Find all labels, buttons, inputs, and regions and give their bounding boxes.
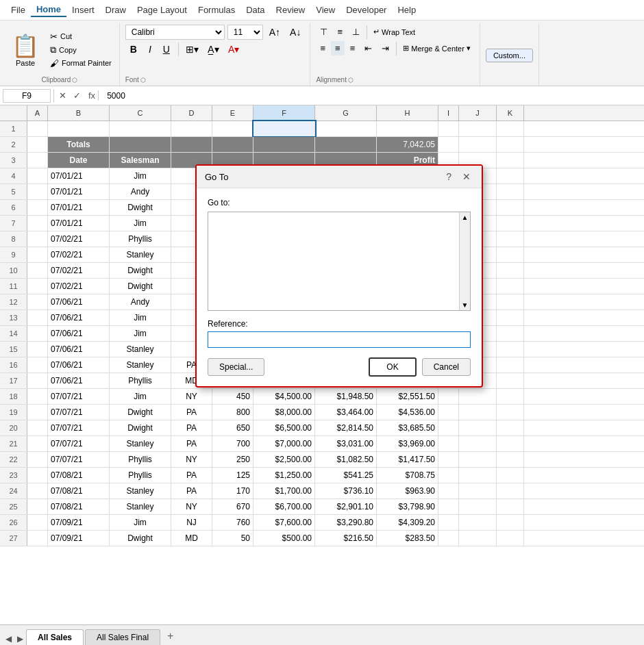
cell-sales[interactable]: $2,500.00 (253, 452, 315, 467)
cell-state[interactable]: PA (171, 483, 212, 498)
cell[interactable] (459, 420, 497, 435)
special-button[interactable]: Special... (208, 358, 264, 376)
cell-salesman[interactable]: Dwight (110, 420, 171, 435)
cell-state[interactable]: NY (171, 389, 212, 404)
cell[interactable] (27, 168, 48, 184)
cell[interactable] (438, 436, 459, 451)
confirm-formula-icon[interactable]: ✓ (71, 89, 83, 102)
cell[interactable] (438, 137, 459, 152)
menu-data[interactable]: Data (240, 3, 270, 16)
cell-salesman[interactable]: Phyllis (110, 452, 171, 467)
font-name-select[interactable]: Calibri (125, 25, 225, 40)
cell-reference-box[interactable]: F9 (3, 89, 51, 103)
cell[interactable] (497, 184, 524, 199)
align-center-button[interactable]: ≡ (331, 41, 345, 55)
cell[interactable] (27, 326, 48, 341)
cell-salesman[interactable]: Stanley (110, 357, 171, 372)
cell[interactable] (497, 499, 524, 514)
cell[interactable] (27, 231, 48, 246)
cell-profit[interactable]: $963.90 (377, 483, 438, 498)
col-header-g[interactable]: G (315, 105, 377, 121)
cell-profit[interactable]: $283.50 (377, 531, 438, 546)
cell-date[interactable]: 07/07/21 (48, 420, 110, 435)
cell[interactable] (212, 121, 253, 136)
cut-button[interactable]: ✂ Cut (48, 31, 114, 42)
wrap-text-button[interactable]: ↵ Wrap Text (370, 25, 419, 38)
cell[interactable]: Jim (110, 216, 171, 231)
cell-sales[interactable]: $1,700.00 (253, 483, 315, 498)
increase-indent-button[interactable]: ⇥ (377, 41, 393, 55)
cell[interactable] (459, 121, 497, 136)
cell[interactable] (253, 137, 315, 152)
paste-button[interactable]: 📋 Paste (5, 29, 45, 71)
cell[interactable]: 07/01/21 (48, 168, 110, 184)
cell-sales[interactable]: $6,500.00 (253, 420, 315, 435)
cell-cost[interactable]: $736.10 (315, 483, 377, 498)
align-bottom-button[interactable]: ⊥ (348, 25, 364, 39)
cell-state[interactable]: NY (171, 452, 212, 467)
cell[interactable] (497, 279, 524, 294)
cell-date[interactable]: 07/08/21 (48, 468, 110, 483)
col-header-h[interactable]: H (377, 105, 438, 121)
cell[interactable] (377, 121, 438, 136)
cell[interactable] (171, 137, 212, 152)
cell-qty[interactable]: 170 (212, 483, 253, 498)
cell-date[interactable]: 07/08/21 (48, 499, 110, 514)
cell[interactable] (212, 137, 253, 152)
cell[interactable] (110, 137, 171, 152)
cell[interactable] (27, 436, 48, 451)
cell[interactable] (27, 531, 48, 546)
cell[interactable] (459, 515, 497, 530)
cell[interactable] (438, 389, 459, 404)
menu-view[interactable]: View (310, 3, 340, 16)
cell[interactable]: Jim (110, 310, 171, 325)
cell[interactable] (497, 515, 524, 530)
menu-draw[interactable]: Draw (100, 3, 132, 16)
cell[interactable] (27, 373, 48, 388)
cell-state[interactable]: MD (171, 531, 212, 546)
cell[interactable]: 07/06/21 (48, 310, 110, 325)
cell[interactable] (438, 499, 459, 514)
cell[interactable] (27, 499, 48, 514)
cell[interactable] (459, 405, 497, 420)
cell-cost[interactable]: $541.25 (315, 468, 377, 483)
cell[interactable] (497, 263, 524, 278)
col-header-j[interactable]: J (459, 105, 497, 121)
col-header-k[interactable]: K (497, 105, 524, 121)
cell[interactable] (27, 247, 48, 262)
cell-cost[interactable]: $1,082.50 (315, 452, 377, 467)
cell[interactable] (27, 216, 48, 231)
cell-sales[interactable]: $7,600.00 (253, 515, 315, 530)
cell-date[interactable]: 07/06/21 (48, 373, 110, 388)
cell[interactable] (497, 168, 524, 184)
cell-date[interactable]: 07/07/21 (48, 452, 110, 467)
cell[interactable] (27, 405, 48, 420)
cell-salesman[interactable]: Stanley (110, 499, 171, 514)
decrease-font-button[interactable]: A↓ (286, 25, 304, 40)
cell[interactable] (497, 231, 524, 246)
cell-cost[interactable]: $216.50 (315, 531, 377, 546)
cell[interactable] (497, 483, 524, 498)
cell[interactable] (497, 405, 524, 420)
menu-formulas[interactable]: Formulas (193, 3, 240, 16)
cell[interactable] (48, 121, 110, 136)
cell[interactable] (438, 405, 459, 420)
cell-sales[interactable]: $6,700.00 (253, 499, 315, 514)
cell[interactable] (497, 326, 524, 341)
cell-state[interactable]: PA (171, 468, 212, 483)
cell[interactable] (27, 263, 48, 278)
cell-profit[interactable]: $708.75 (377, 468, 438, 483)
cell-salesman[interactable]: Phyllis (110, 373, 171, 388)
cell[interactable] (438, 121, 459, 136)
cell-sales[interactable]: $1,250.00 (253, 468, 315, 483)
cell[interactable] (315, 121, 377, 136)
cell[interactable] (459, 452, 497, 467)
cell[interactable] (459, 483, 497, 498)
cell[interactable] (27, 452, 48, 467)
reference-input[interactable] (208, 331, 471, 348)
cell[interactable]: 07/02/21 (48, 263, 110, 278)
ok-button[interactable]: OK (369, 357, 416, 377)
cell[interactable] (497, 153, 524, 168)
cell-date[interactable]: 07/06/21 (48, 357, 110, 372)
cell[interactable] (497, 310, 524, 325)
